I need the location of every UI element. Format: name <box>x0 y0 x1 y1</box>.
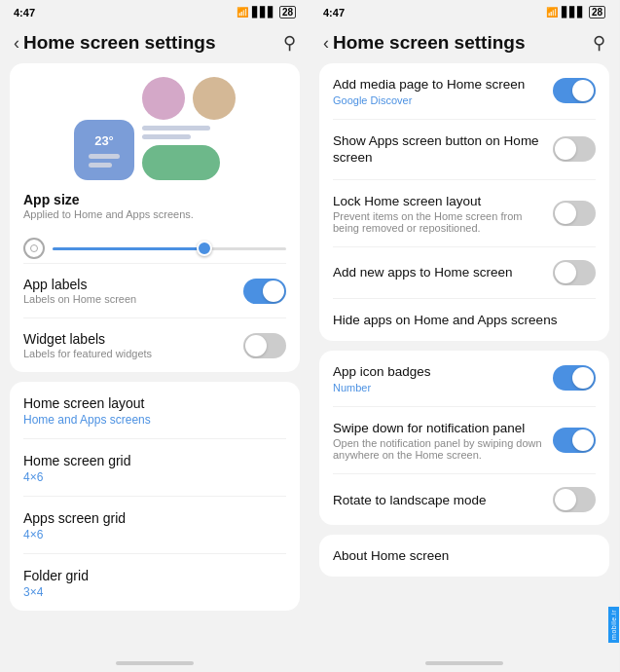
bottom-bar-right <box>310 654 619 672</box>
add-apps-toggle[interactable] <box>553 260 596 285</box>
home-indicator-left <box>116 661 194 665</box>
status-bar-right: 4:47 📶 ▋▋▋ 28 <box>310 0 619 24</box>
row-media-page[interactable]: Add media page to Home screen Google Dis… <box>319 63 609 119</box>
signal-icon-left: ▋▋▋ <box>252 7 275 18</box>
nav-apps-grid-sub: 4×6 <box>23 528 286 541</box>
search-button-left[interactable]: ⚲ <box>283 32 296 54</box>
left-panel: 4:47 📶 ▋▋▋ 28 ‹ Home screen settings ⚲ 2… <box>0 0 310 672</box>
green-pill <box>142 145 220 180</box>
right-panel: 4:47 📶 ▋▋▋ 28 ‹ Home screen settings ⚲ A… <box>310 0 619 672</box>
home-indicator-right <box>425 661 503 665</box>
rotate-toggle[interactable] <box>553 487 596 512</box>
slider-thumb[interactable] <box>197 241 212 256</box>
swipe-title: Swipe down for notification panel <box>333 420 543 437</box>
badges-toggle[interactable] <box>553 365 596 391</box>
page-title-right: Home screen settings <box>333 32 593 54</box>
row-swipe-down[interactable]: Swipe down for notification panel Open t… <box>319 407 609 474</box>
nav-folder-grid-title: Folder grid <box>23 568 286 583</box>
time-right: 4:47 <box>323 7 345 19</box>
widget-labels-title: Widget labels <box>23 331 152 347</box>
apps-btn-toggle[interactable] <box>553 136 596 162</box>
pink-icon <box>142 77 185 120</box>
bottom-bar-left <box>0 654 310 672</box>
nav-item-layout[interactable]: Home screen layout Home and Apps screens <box>10 382 300 438</box>
signal-icon-right: ▋▋▋ <box>562 7 585 18</box>
nav-home-grid-title: Home screen grid <box>23 453 286 468</box>
content-left: 23° <box>0 63 310 654</box>
slider-fill <box>53 247 204 250</box>
orange-icon <box>193 77 236 120</box>
preview-card: 23° <box>10 63 300 372</box>
slider-track[interactable] <box>53 247 286 250</box>
settings-card-2: App icon badges Number Swipe down for no… <box>319 351 609 525</box>
about-title: About Home screen <box>333 548 596 563</box>
settings-card-3: About Home screen <box>319 535 609 577</box>
row-lock-layout[interactable]: Lock Home screen layout Prevent items on… <box>319 180 609 247</box>
nav-layout-sub: Home and Apps screens <box>23 413 286 427</box>
nav-item-apps-grid[interactable]: Apps screen grid 4×6 <box>10 497 300 553</box>
header-right: ‹ Home screen settings ⚲ <box>310 24 619 63</box>
media-page-title: Add media page to Home screen <box>333 76 543 93</box>
status-bar-left: 4:47 📶 ▋▋▋ 28 <box>0 0 310 24</box>
app-labels-toggle[interactable] <box>243 279 286 304</box>
app-size-section: App size Applied to Home and Apps screen… <box>10 190 300 230</box>
content-right: Add media page to Home screen Google Dis… <box>310 63 619 654</box>
row-add-apps[interactable]: Add new apps to Home screen <box>319 247 609 298</box>
nav-card: Home screen layout Home and Apps screens… <box>10 382 300 611</box>
app-size-title: App size <box>23 192 286 207</box>
row-apps-button[interactable]: Show Apps screen button on Home screen <box>319 120 609 179</box>
nav-home-grid-sub: 4×6 <box>23 470 286 484</box>
status-icons-right: 📶 ▋▋▋ 28 <box>546 6 605 19</box>
widget-labels-row: Widget labels Labels for featured widget… <box>10 318 300 372</box>
row-icon-badges[interactable]: App icon badges Number <box>319 351 609 406</box>
nav-item-home-grid[interactable]: Home screen grid 4×6 <box>10 439 300 496</box>
nav-apps-grid-title: Apps screen grid <box>23 510 286 526</box>
rotate-title: Rotate to landscape mode <box>333 492 543 509</box>
lock-layout-sub: Prevent items on the Home screen from be… <box>333 210 543 234</box>
lock-layout-title: Lock Home screen layout <box>333 193 543 210</box>
nav-folder-grid-sub: 3×4 <box>23 585 286 599</box>
preview-area: 23° <box>10 63 300 190</box>
add-apps-title: Add new apps to Home screen <box>333 264 543 281</box>
watermark: mobile.ir <box>608 607 619 643</box>
page-title-left: Home screen settings <box>23 32 283 54</box>
hide-apps-title: Hide apps on Home and Apps screens <box>333 313 596 327</box>
media-page-toggle[interactable] <box>553 78 596 103</box>
status-icons-left: 📶 ▋▋▋ 28 <box>237 6 296 19</box>
row-hide-apps[interactable]: Hide apps on Home and Apps screens <box>319 299 609 341</box>
app-size-subtitle: Applied to Home and Apps screens. <box>23 208 286 220</box>
size-slider[interactable] <box>10 230 300 263</box>
widget-labels-sub: Labels for featured widgets <box>23 348 152 359</box>
badges-sub: Number <box>333 382 543 393</box>
row-about[interactable]: About Home screen <box>319 535 609 577</box>
app-labels-row: App labels Labels on Home screen <box>10 264 300 317</box>
back-button-right[interactable]: ‹ <box>323 33 329 54</box>
widget-labels-toggle[interactable] <box>243 333 286 358</box>
wifi-icon-right: 📶 <box>546 7 558 18</box>
swipe-sub: Open the notification panel by swiping d… <box>333 437 543 461</box>
swipe-toggle[interactable] <box>553 428 596 453</box>
app-labels-title: App labels <box>23 277 136 292</box>
nav-item-folder-grid[interactable]: Folder grid 3×4 <box>10 554 300 611</box>
weather-widget: 23° <box>74 120 134 180</box>
badges-title: App icon badges <box>333 363 543 381</box>
time-left: 4:47 <box>14 7 35 19</box>
preview-icons: 23° <box>74 77 236 180</box>
slider-min-icon <box>23 238 45 259</box>
app-labels-sub: Labels on Home screen <box>23 293 136 305</box>
battery-left: 28 <box>279 6 296 19</box>
wifi-icon-left: 📶 <box>237 7 248 18</box>
apps-btn-title: Show Apps screen button on Home screen <box>333 132 543 167</box>
nav-layout-title: Home screen layout <box>23 395 286 411</box>
header-left: ‹ Home screen settings ⚲ <box>0 24 310 63</box>
settings-card-1: Add media page to Home screen Google Dis… <box>319 63 609 341</box>
search-button-right[interactable]: ⚲ <box>593 32 605 54</box>
media-page-sub: Google Discover <box>333 94 543 106</box>
battery-right: 28 <box>589 6 605 19</box>
back-button-left[interactable]: ‹ <box>14 33 19 54</box>
lock-layout-toggle[interactable] <box>553 201 596 226</box>
row-rotate[interactable]: Rotate to landscape mode <box>319 474 609 525</box>
